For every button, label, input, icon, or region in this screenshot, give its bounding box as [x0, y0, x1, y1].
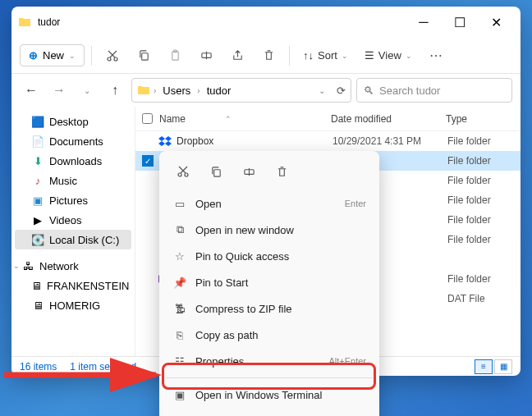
- column-date[interactable]: Date modified: [324, 113, 439, 125]
- svg-point-7: [185, 173, 188, 176]
- sidebar-item-pictures[interactable]: ▣Pictures: [11, 190, 135, 210]
- svg-rect-3: [172, 52, 178, 60]
- table-row[interactable]: Dropbox10/29/2021 4:31 PMFile folder: [135, 131, 521, 151]
- sidebar-item-pc1[interactable]: 🖥FRANKENSTEIN: [11, 276, 135, 295]
- share-icon[interactable]: [223, 43, 251, 69]
- ctx-rename-icon[interactable]: [235, 159, 263, 184]
- sidebar: 🟦Desktop 📄Documents ⬇Downloads ♪Music ▣P…: [11, 107, 135, 356]
- more-icon[interactable]: ⋯: [422, 43, 450, 69]
- view-button[interactable]: ☰ View ⌄: [358, 45, 419, 66]
- column-name[interactable]: Name ⌃: [135, 113, 324, 125]
- titlebar: tudor ─ ☐ ✕: [11, 7, 521, 38]
- ctx-open-in-windows-terminal[interactable]: ▣Open in Windows Terminal: [164, 382, 374, 408]
- forward-button[interactable]: →: [48, 79, 71, 102]
- ctx-open[interactable]: ▭OpenEnter: [164, 190, 374, 217]
- ctx-copy-icon[interactable]: [202, 159, 230, 184]
- ctx-show-more-options[interactable]: ⛶Show more optionsShift+F10: [164, 408, 374, 416]
- icons-view-button[interactable]: ▦: [494, 359, 512, 374]
- sidebar-item-desktop[interactable]: 🟦Desktop: [11, 112, 135, 131]
- sidebar-item-documents[interactable]: 📄Documents: [11, 131, 135, 151]
- up-button[interactable]: ↑: [103, 79, 126, 102]
- sidebar-item-network[interactable]: ⌄🖧Network: [11, 256, 135, 276]
- address-bar: ← → ⌄ ↑ › Users › tudor ⌄ ⟳ 🔍︎ Search tu…: [11, 74, 521, 107]
- sort-icon: ↑↓: [303, 49, 314, 62]
- item-count: 16 items: [20, 361, 57, 373]
- svg-point-1: [114, 57, 117, 61]
- ctx-copy-as-path[interactable]: ⎘Copy as path: [164, 322, 374, 348]
- new-button[interactable]: ⊕ New ⌄: [20, 44, 85, 66]
- sidebar-item-pc2[interactable]: 🖥HOMERIG: [11, 295, 135, 315]
- delete-icon[interactable]: [255, 43, 282, 69]
- ctx-compress-to-zip-file[interactable]: 🗜Compress to ZIP file: [164, 295, 374, 322]
- sidebar-item-music[interactable]: ♪Music: [11, 171, 135, 190]
- folder-icon: [18, 16, 31, 29]
- context-menu: ▭OpenEnter⧉Open in new window☆Pin to Qui…: [159, 151, 379, 416]
- folder-icon: [137, 84, 150, 97]
- ctx-cut-icon[interactable]: [169, 159, 197, 184]
- svg-rect-2: [141, 53, 148, 60]
- paste-icon[interactable]: [161, 43, 189, 69]
- svg-point-6: [178, 173, 181, 176]
- svg-point-0: [108, 57, 111, 61]
- search-icon: 🔍︎: [364, 85, 374, 97]
- sort-button[interactable]: ↑↓ Sort ⌄: [296, 45, 355, 66]
- maximize-button[interactable]: ☐: [442, 10, 478, 34]
- sidebar-item-downloads[interactable]: ⬇Downloads: [11, 151, 135, 171]
- ctx-properties[interactable]: ☷PropertiesAlt+Enter: [164, 348, 374, 374]
- ctx-delete-icon[interactable]: [268, 159, 296, 184]
- view-icon: ☰: [365, 49, 374, 62]
- chevron-down-icon: ⌄: [69, 52, 76, 60]
- close-button[interactable]: ✕: [478, 10, 514, 34]
- selection-count: 1 item selected: [70, 361, 136, 373]
- window-title: tudor: [38, 16, 406, 28]
- plus-icon: ⊕: [29, 49, 38, 62]
- column-type[interactable]: Type: [439, 113, 521, 125]
- chevron-down-icon[interactable]: ⌄: [319, 86, 325, 95]
- sidebar-item-videos[interactable]: ▶Videos: [11, 210, 135, 230]
- breadcrumb[interactable]: › Users › tudor ⌄ ⟳: [131, 78, 351, 103]
- search-input[interactable]: 🔍︎ Search tudor: [356, 78, 512, 103]
- cut-icon[interactable]: [99, 43, 126, 69]
- ctx-open-in-new-window[interactable]: ⧉Open in new window: [164, 217, 374, 243]
- details-view-button[interactable]: ≡: [475, 359, 493, 374]
- rename-icon[interactable]: [192, 43, 220, 69]
- svg-rect-8: [213, 169, 220, 176]
- toolbar: ⊕ New ⌄ ↑↓ Sort ⌄ ☰ View ⌄ ⋯: [11, 38, 521, 74]
- ctx-pin-to-quick-access[interactable]: ☆Pin to Quick access: [164, 243, 374, 269]
- minimize-button[interactable]: ─: [406, 10, 442, 34]
- ctx-pin-to-start[interactable]: 📌Pin to Start: [164, 269, 374, 295]
- copy-icon[interactable]: [130, 43, 158, 69]
- back-button[interactable]: ←: [20, 79, 43, 102]
- refresh-icon[interactable]: ⟳: [337, 85, 346, 97]
- recent-button[interactable]: ⌄: [76, 79, 99, 102]
- sidebar-item-local-disk[interactable]: 💽Local Disk (C:): [15, 230, 131, 249]
